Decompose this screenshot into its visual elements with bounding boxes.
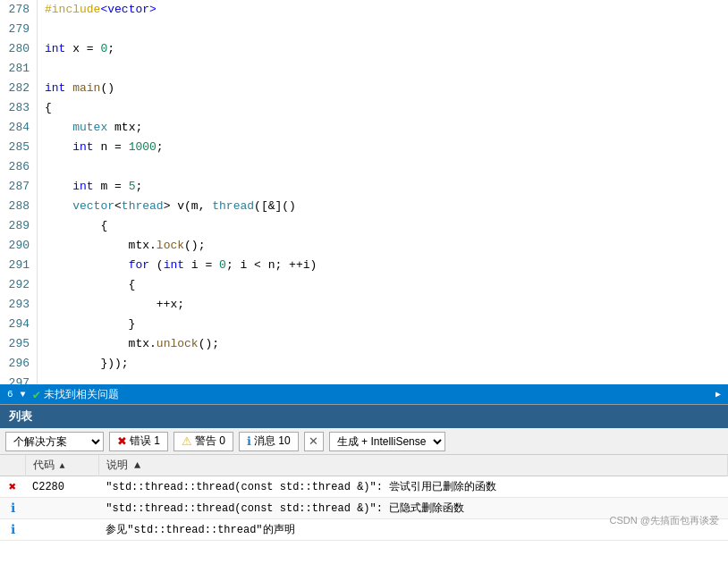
code-line: })); <box>45 354 728 374</box>
code-container: 2782792802812822832842852862872882892902… <box>0 0 728 384</box>
row-code: C2280 <box>25 476 98 498</box>
code-line <box>45 59 728 79</box>
message-label: 消息 10 <box>254 434 291 449</box>
code-line: int n = 1000; <box>45 138 728 157</box>
no-issues-area: ✔ 未找到相关问题 <box>33 387 708 402</box>
code-line: for (int i = 0; i < n; ++i) <box>45 256 728 275</box>
line-col-indicator: 6 <box>7 389 13 400</box>
editor-area: 2782792802812822832842852862872882892902… <box>0 0 728 384</box>
col-desc[interactable]: 说明 ▲ <box>98 455 727 476</box>
line-number: 288 <box>4 197 30 216</box>
line-number: 293 <box>4 295 30 315</box>
row-icon-cell: ℹ <box>0 519 25 541</box>
line-number: 279 <box>4 20 30 39</box>
row-description: "std::thread::thread(const std::thread &… <box>98 476 727 498</box>
line-number: 295 <box>4 334 30 354</box>
code-line <box>45 374 728 384</box>
message-button[interactable]: ℹ 消息 10 <box>239 432 299 451</box>
code-line: mutex mtx; <box>45 118 728 138</box>
code-line: vector<thread> v(m, thread([&]() <box>45 197 728 216</box>
col-code[interactable]: 代码 <box>25 455 98 476</box>
error-icon: ✖ <box>117 434 127 448</box>
solution-select[interactable]: 个解决方案 <box>5 432 104 451</box>
code-line <box>45 20 728 39</box>
scroll-down-icon: ▼ <box>21 390 26 400</box>
filter-button[interactable]: ✕ <box>304 432 324 451</box>
bottom-panel: 列表 个解决方案 ✖ 错误 1 ⚠ 警告 0 ℹ 消息 10 ✕ 生成 + In… <box>0 404 728 580</box>
line-number: 297 <box>4 374 30 384</box>
check-icon: ✔ <box>33 387 40 402</box>
row-code <box>25 498 98 519</box>
line-number: 285 <box>4 138 30 157</box>
code-line: { <box>45 275 728 295</box>
info-row-icon: ℹ <box>11 523 15 537</box>
line-number: 294 <box>4 315 30 334</box>
toolbar-row[interactable]: 个解决方案 ✖ 错误 1 ⚠ 警告 0 ℹ 消息 10 ✕ 生成 + Intel… <box>0 428 728 455</box>
code-line: ++x; <box>45 295 728 315</box>
code-line <box>45 157 728 177</box>
code-line: mtx.unlock(); <box>45 334 728 354</box>
line-numbers: 2782792802812822832842852862872882892902… <box>0 0 38 384</box>
line-number: 281 <box>4 59 30 79</box>
error-button[interactable]: ✖ 错误 1 <box>109 432 168 451</box>
line-number: 282 <box>4 79 30 98</box>
line-number: 284 <box>4 118 30 138</box>
row-icon-cell: ✖ <box>0 476 25 498</box>
watermark: CSDN @先搞面包再谈爱 <box>610 514 719 527</box>
row-code <box>25 519 98 541</box>
error-table: 代码 说明 ▲ ✖C2280"std::thread::thread(const… <box>0 455 728 541</box>
code-line: int m = 5; <box>45 177 728 197</box>
code-line: } <box>45 315 728 334</box>
filter-icon: ✕ <box>309 434 318 448</box>
warning-label: 警告 0 <box>195 434 225 449</box>
line-number: 286 <box>4 157 30 177</box>
build-select[interactable]: 生成 + IntelliSense <box>329 432 445 451</box>
panel-header: 列表 <box>0 405 728 428</box>
code-line: int main() <box>45 79 728 98</box>
row-icon-cell: ℹ <box>0 498 25 519</box>
line-number: 280 <box>4 39 30 59</box>
line-number: 290 <box>4 236 30 256</box>
code-line: mtx.lock(); <box>45 236 728 256</box>
table-header-row: 代码 说明 ▲ <box>0 455 728 476</box>
line-number: 296 <box>4 354 30 374</box>
line-number: 287 <box>4 177 30 197</box>
scroll-right-icon: ▶ <box>715 389 721 400</box>
no-issues-text: 未找到相关问题 <box>44 387 119 402</box>
error-row-icon: ✖ <box>9 480 16 494</box>
line-number: 292 <box>4 275 30 295</box>
status-bar: 6 ▼ ✔ 未找到相关问题 ▶ <box>0 384 728 404</box>
code-line: #include<vector> <box>45 0 728 20</box>
line-number: 283 <box>4 98 30 118</box>
warning-icon: ⚠ <box>182 434 192 448</box>
code-content: #include<vector> int x = 0; int main(){ … <box>38 0 728 384</box>
table-row[interactable]: ✖C2280"std::thread::thread(const std::th… <box>0 476 728 498</box>
info-icon: ℹ <box>247 434 251 448</box>
code-line: { <box>45 216 728 236</box>
code-line: { <box>45 98 728 118</box>
line-number: 278 <box>4 0 30 20</box>
panel-title: 列表 <box>9 408 32 425</box>
warning-button[interactable]: ⚠ 警告 0 <box>174 432 233 451</box>
code-line: int x = 0; <box>45 39 728 59</box>
line-number: 289 <box>4 216 30 236</box>
info-row-icon: ℹ <box>11 501 15 516</box>
line-number: 291 <box>4 256 30 275</box>
col-icon <box>0 455 25 476</box>
error-label: 错误 1 <box>130 434 160 449</box>
